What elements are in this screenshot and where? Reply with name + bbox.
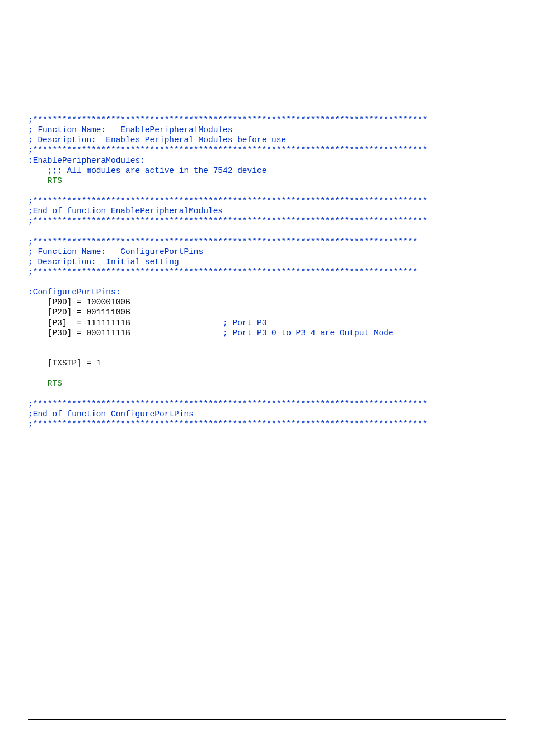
code-line: :EnablePeripheraModules: [28,156,506,166]
code-segment: ;;; All modules are active in the 7542 d… [48,166,267,175]
code-segment: ; Port P3 [223,318,266,327]
code-segment: :EnablePeripheraModules: [28,156,145,165]
code-line [28,338,506,348]
code-segment: ;End of function EnablePeripheralModules [28,206,223,215]
code-line: [P3] = 11111111B ; Port P3 [28,318,506,328]
code-segment: [TXSTP] = 1 [28,359,101,368]
code-line: ;***************************************… [28,196,506,206]
code-segment: RTS [48,379,62,388]
code-segment: [P3D] = 00011111B [28,328,223,337]
code-segment: [P3] = 11111111B [28,318,223,327]
code-line: [P2D] = 00111100B [28,307,506,317]
code-line [28,368,506,378]
code-segment: ; Description: Initial setting [28,257,179,266]
code-segment [28,379,48,388]
code-segment: ;***************************************… [28,145,428,154]
code-line: ;End of function ConfigurePortPins [28,409,506,419]
code-segment: RTS [48,176,62,185]
code-segment: ; Description: Enables Peripheral Module… [28,135,286,144]
code-line [28,226,506,236]
code-segment [28,166,48,175]
code-line: ;***************************************… [28,145,506,155]
code-line [28,348,506,358]
code-segment: ;***************************************… [28,237,418,246]
code-segment: ; Port P3_0 to P3_4 are Output Mode [223,328,394,337]
code-line: ; Description: Initial setting [28,257,506,267]
code-segment: ; Function Name: ConfigurePortPins [28,247,203,256]
code-line: ;***************************************… [28,419,506,429]
code-line: [TXSTP] = 1 [28,358,506,368]
code-line: ;***************************************… [28,399,506,409]
code-segment: :ConfigurePortPins: [28,288,120,297]
code-line: RTS [28,378,506,388]
code-listing: ;***************************************… [28,115,506,429]
code-segment: ;End of function ConfigurePortPins [28,410,194,419]
code-segment: ;***************************************… [28,420,428,429]
footer-rule [28,719,506,720]
code-segment: ;***************************************… [28,196,428,205]
code-segment: ; Function Name: EnablePeripheralModules [28,125,232,134]
code-segment: [P0D] = 10000100B [28,298,130,307]
code-line: ;***************************************… [28,216,506,226]
code-line: ;End of function EnablePeripheralModules [28,206,506,216]
code-segment: ;***************************************… [28,217,428,226]
code-line: RTS [28,176,506,186]
code-segment [28,176,48,185]
code-segment: ;***************************************… [28,400,428,408]
code-line [28,388,506,398]
code-line: [P0D] = 10000100B [28,297,506,307]
code-line: ; Function Name: ConfigurePortPins [28,247,506,257]
code-segment: ;***************************************… [28,267,418,276]
code-line: [P3D] = 00011111B ; Port P3_0 to P3_4 ar… [28,328,506,338]
code-line: ;***************************************… [28,237,506,247]
code-line: :ConfigurePortPins: [28,287,506,297]
code-line: ; Function Name: EnablePeripheralModules [28,125,506,135]
code-line: ;***************************************… [28,267,506,277]
code-line: ;***************************************… [28,115,506,125]
code-line: ;;; All modules are active in the 7542 d… [28,166,506,176]
code-line [28,186,506,196]
code-segment: [P2D] = 00111100B [28,308,130,317]
code-line [28,277,506,287]
code-line: ; Description: Enables Peripheral Module… [28,135,506,145]
code-segment: ;***************************************… [28,115,428,124]
